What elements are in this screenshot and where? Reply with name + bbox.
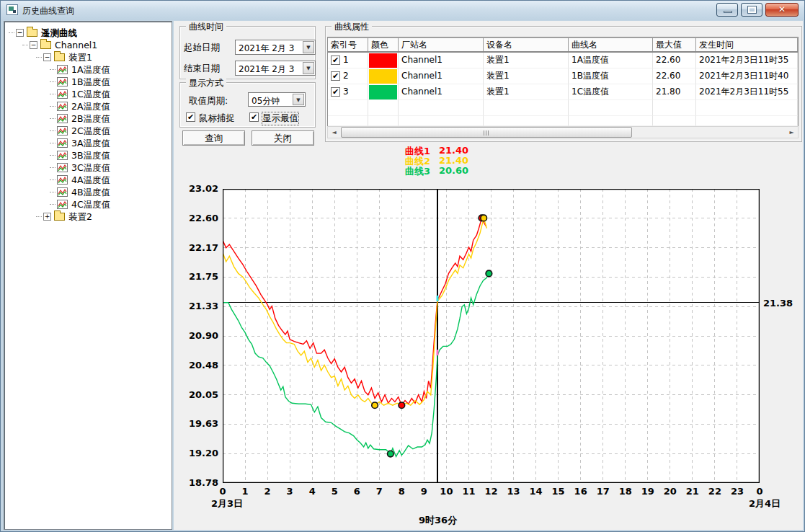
- start-date-picker[interactable]: 2021年 2月 3 ▼: [235, 40, 316, 55]
- tree-item-4B温度值[interactable]: 4B温度值: [4, 186, 172, 198]
- row-cell: 装置1: [484, 68, 569, 84]
- row-checkbox[interactable]: ✔: [331, 87, 340, 97]
- empty-cell: [484, 116, 569, 126]
- row-cell: Channel1: [399, 84, 484, 100]
- empty-cell: [368, 100, 399, 116]
- folder-icon: [27, 29, 37, 37]
- tree-item-label: 4C温度值: [71, 198, 110, 210]
- legend-value: 21.40: [439, 155, 468, 166]
- tree-item-3C温度值[interactable]: 3C温度值: [4, 161, 172, 174]
- tree-item-4C温度值[interactable]: 4C温度值: [4, 198, 172, 210]
- scroll-left-icon[interactable]: ◄: [328, 127, 340, 138]
- column-header[interactable]: 最大值: [653, 38, 696, 51]
- row-cell: 22.60: [653, 53, 696, 68]
- tree-connector: [50, 81, 55, 82]
- row-checkbox[interactable]: ✔: [331, 56, 340, 65]
- tree-item-3B温度值[interactable]: 3B温度值: [4, 149, 172, 161]
- mouse-capture-checkbox[interactable]: ✔: [186, 112, 195, 122]
- tree-item-3A温度值[interactable]: 3A温度值: [4, 137, 172, 149]
- x-date-left: 2月3日: [211, 497, 243, 510]
- curve-chart[interactable]: [223, 189, 760, 483]
- min-marker: [388, 451, 394, 457]
- tree-item-4A温度值[interactable]: 4A温度值: [4, 174, 172, 186]
- tree-item-label: 遥测曲线: [41, 27, 77, 39]
- x-tick-label: 11: [458, 486, 479, 497]
- tree-toggle-icon[interactable]: −: [16, 29, 24, 37]
- maximize-button[interactable]: [741, 3, 762, 17]
- tree-item-1C温度值[interactable]: 1C温度值: [4, 88, 172, 100]
- x-tick-label: 0: [212, 486, 234, 497]
- tree-item-label: 3A温度值: [71, 137, 110, 149]
- row-cell: 21.80: [653, 84, 696, 100]
- y-tick-label: 19.20: [174, 448, 218, 458]
- x-tick-label: 18: [615, 486, 636, 497]
- tree-item-遥测曲线[interactable]: −遥测曲线: [4, 27, 172, 39]
- y-tick-label: 20.48: [174, 360, 218, 371]
- tree-toggle-icon[interactable]: −: [30, 41, 37, 49]
- curve-tree: −遥测曲线−Channel1−装置11A温度值1B温度值1C温度值2A温度值2B…: [4, 21, 172, 530]
- row-cell: 装置1: [484, 84, 569, 100]
- y-tick-label: 20.05: [174, 389, 218, 400]
- min-marker: [399, 402, 405, 409]
- empty-cell: [569, 116, 653, 126]
- close-button[interactable]: ✕: [765, 3, 799, 17]
- show-extremes-checkbox[interactable]: ✔: [249, 112, 259, 122]
- scroll-right-icon[interactable]: ►: [786, 127, 798, 138]
- end-date-dropdown-icon[interactable]: ▼: [303, 62, 314, 74]
- column-header[interactable]: 发生时间: [696, 38, 798, 51]
- column-header[interactable]: 设备名: [484, 38, 569, 51]
- tree-item-2C温度值[interactable]: 2C温度值: [4, 125, 172, 137]
- start-date-dropdown-icon[interactable]: ▼: [303, 41, 314, 53]
- end-date-picker[interactable]: 2021年 2月 3 ▼: [235, 61, 316, 76]
- tree-item-1B温度值[interactable]: 1B温度值: [4, 76, 172, 88]
- color-swatch: [369, 69, 397, 84]
- y-tick-label: 23.02: [174, 183, 218, 194]
- title-bar[interactable]: 历史曲线查询 ✕: [1, 1, 804, 20]
- tree-toggle-icon[interactable]: −: [43, 53, 51, 61]
- tree-connector: [50, 204, 55, 205]
- column-header[interactable]: 颜色: [368, 38, 399, 51]
- scrollbar-thumb[interactable]: [341, 127, 632, 138]
- tree-item-2B温度值[interactable]: 2B温度值: [4, 112, 172, 125]
- tree-item-Channel1[interactable]: −Channel1: [4, 39, 172, 51]
- row-cell: Channel1: [399, 68, 484, 84]
- tree-item-2A温度值[interactable]: 2A温度值: [4, 100, 172, 112]
- row-cell: 1C温度值: [569, 84, 653, 100]
- tree-item-label: 1A温度值: [71, 63, 110, 76]
- period-dropdown-icon[interactable]: ▼: [293, 94, 304, 105]
- empty-row: [328, 116, 798, 126]
- tree-item-装置1[interactable]: −装置1: [4, 51, 172, 63]
- x-tick-label: 7: [368, 486, 390, 497]
- display-mode-group: 显示方式 取值周期: 05分钟 ▼ ✔ 鼠标捕捉 ✔ 显示最值: [179, 82, 316, 128]
- curve-icon: [57, 187, 68, 197]
- curve-icon: [57, 151, 68, 160]
- column-header[interactable]: 索引号: [328, 38, 368, 51]
- column-header[interactable]: 厂站名: [399, 38, 484, 51]
- column-header[interactable]: 曲线名: [569, 38, 653, 51]
- table-hscrollbar[interactable]: ◄ ►: [327, 126, 799, 138]
- tree-connector: [50, 143, 55, 143]
- tree-connector: [50, 179, 55, 180]
- table-row[interactable]: ✔1Channel1装置11A温度值22.602021年2月3日11时35: [328, 53, 798, 68]
- legend-entry: 曲线320.60: [405, 165, 430, 178]
- tree-item-label: 3C温度值: [71, 161, 110, 174]
- tree-item-装置2[interactable]: +装置2: [4, 210, 172, 223]
- minimize-button[interactable]: [716, 3, 738, 17]
- x-tick-label: 8: [391, 486, 412, 497]
- empty-cell: [653, 100, 696, 116]
- table-row[interactable]: ✔3Channel1装置11C温度值21.802021年2月3日11时55: [328, 84, 798, 100]
- close-icon: ✕: [766, 4, 798, 14]
- close-dialog-button[interactable]: 关闭: [252, 130, 314, 146]
- tree-item-1A温度值[interactable]: 1A温度值: [4, 63, 172, 76]
- row-cell: 22.60: [653, 68, 696, 84]
- tree-toggle-icon[interactable]: +: [43, 213, 51, 221]
- tree-item-label: 4A温度值: [71, 174, 110, 186]
- tree-connector: [50, 167, 55, 168]
- period-select[interactable]: 05分钟 ▼: [248, 92, 306, 107]
- row-checkbox[interactable]: ✔: [331, 71, 340, 81]
- chart-svg[interactable]: [223, 189, 760, 483]
- curve-icon: [57, 126, 68, 136]
- query-button[interactable]: 查询: [182, 130, 245, 146]
- table-row[interactable]: ✔2Channel1装置11B温度值22.602021年2月3日11时40: [328, 68, 798, 84]
- crosshair-snap-marker: [437, 296, 439, 301]
